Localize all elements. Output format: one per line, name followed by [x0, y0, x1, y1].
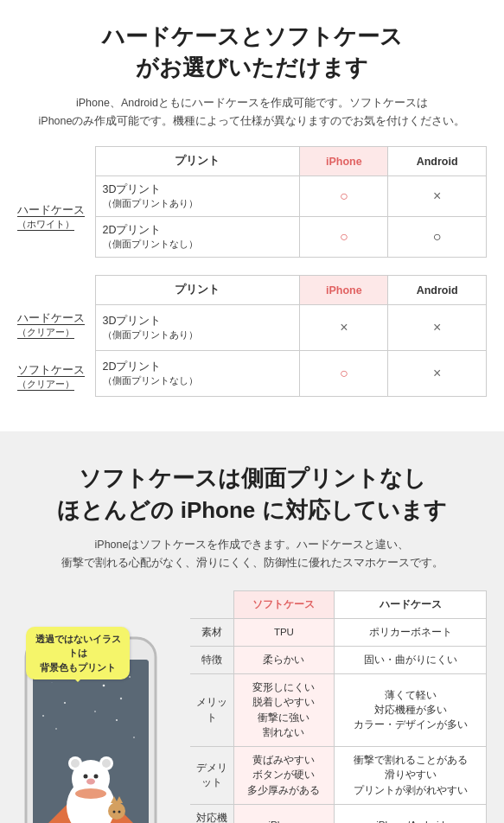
row-hard-material: ポリカーボネート [335, 618, 487, 646]
row-soft-demerit: 黄ばみやすいボタンが硬い多少厚みがある [233, 747, 335, 805]
table1-3d-android: × [388, 176, 487, 217]
row-soft-model: iPhone [233, 804, 335, 823]
svg-point-26 [108, 802, 125, 820]
table2-android-header: Android [388, 276, 487, 305]
table-row: 対応機種 iPhone iPhone/Android [190, 804, 487, 823]
section-separator [0, 431, 504, 442]
svg-point-21 [102, 759, 111, 768]
section1-subtitle: iPhone、Androidともにハードケースを作成可能です。ソフトケースは i… [17, 94, 487, 131]
row-header-feature: 特徴 [190, 646, 233, 673]
comp-table-empty [190, 590, 233, 618]
svg-point-24 [86, 778, 95, 784]
svg-point-22 [84, 774, 88, 778]
table2-3d-iphone: × [300, 305, 388, 351]
row-hard-feature: 固い・曲がりにくい [335, 646, 487, 673]
table2-2d-iphone: ○ [300, 351, 388, 397]
svg-point-29 [113, 810, 116, 813]
row-soft-feature: 柔らかい [233, 646, 335, 673]
comp-table-hard-header: ハードケース [335, 590, 487, 618]
row-hard-demerit: 衝撃で割れることがある滑りやすいプリントが剥がれやすい [335, 747, 487, 805]
table1-print-header: プリント [95, 147, 300, 176]
table1-2d-iphone: ○ [300, 217, 388, 258]
row-hard-merit: 薄くて軽い対応機種が多いカラー・デザインが多い [335, 674, 487, 747]
svg-point-23 [94, 774, 99, 778]
row-hard-model: iPhone/Android [335, 804, 487, 823]
table1-container: プリント iPhone Android ハードケース （ホワイト） 3Dプリント… [17, 146, 487, 258]
table1: プリント iPhone Android ハードケース （ホワイト） 3Dプリント… [17, 146, 487, 258]
svg-point-9 [94, 711, 96, 712]
row-header-merit: メリット [190, 674, 233, 747]
table1-empty-header [17, 147, 95, 176]
comparison-table: ソフトケース ハードケース 素材 TPU ポリカーボネート 特徴 柔らかい 固い… [190, 590, 487, 823]
svg-point-6 [129, 676, 131, 678]
table2-2d-android: × [388, 351, 487, 397]
svg-point-30 [118, 810, 121, 813]
svg-point-7 [64, 701, 66, 703]
row-header-model: 対応機種 [190, 804, 233, 823]
section1: ハードケースとソフトケースがお選びいただけます iPhone、Androidとも… [0, 0, 504, 431]
table-row: 特徴 柔らかい 固い・曲がりにくい [190, 646, 487, 673]
table2-iphone-header: iPhone [300, 276, 388, 305]
svg-point-5 [103, 684, 105, 686]
svg-point-12 [133, 737, 135, 738]
table2-print-header: プリント [95, 276, 300, 305]
table1-2d-label: 2Dプリント（側面プリントなし） [95, 217, 300, 258]
table-row: デメリット 黄ばみやすいボタンが硬い多少厚みがある 衝撃で割れることがある滑りや… [190, 747, 487, 805]
row-header-material: 素材 [190, 618, 233, 646]
table2-empty-header [17, 276, 95, 305]
table2: プリント iPhone Android ハードケース （クリアー） ソフトケース… [17, 275, 487, 397]
table2-3d-label: 3Dプリント（側面プリントあり） [95, 305, 300, 351]
table1-3d-iphone: ○ [300, 176, 388, 217]
svg-point-13 [42, 715, 44, 717]
table-row: 素材 TPU ポリカーボネート [190, 618, 487, 646]
table1-iphone-header: iPhone [300, 147, 388, 176]
phone-table-layout: 透過ではないイラストは背景色もプリント [17, 590, 487, 823]
table1-android-header: Android [388, 147, 487, 176]
row-soft-merit: 変形しにくい脱着しやすい衝撃に強い割れない [233, 674, 335, 747]
table1-rowlabel-hard-white: ハードケース （ホワイト） [17, 176, 95, 258]
table1-3d-label: 3Dプリント（側面プリントあり） [95, 176, 300, 217]
comparison-table-col: ソフトケース ハードケース 素材 TPU ポリカーボネート 特徴 柔らかい 固い… [190, 590, 487, 823]
phone-wrapper: 透過ではないイラストは背景色もプリント [17, 634, 169, 823]
table2-rowlabel-hard-clear: ハードケース （クリアー） ソフトケース （クリアー） [17, 305, 95, 397]
svg-point-10 [55, 728, 57, 730]
table-row: メリット 変形しにくい脱着しやすい衝撃に強い割れない 薄くて軽い対応機種が多いカ… [190, 674, 487, 747]
row-header-demerit: デメリット [190, 747, 233, 805]
svg-point-8 [120, 697, 122, 699]
svg-point-20 [71, 759, 80, 768]
phone-illustration-col: 透過ではないイラストは背景色もプリント [17, 590, 182, 823]
svg-point-11 [116, 718, 118, 720]
table1-2d-android: ○ [388, 217, 487, 258]
svg-point-25 [75, 788, 106, 799]
section2: ソフトケースは側面プリントなしほとんどの iPhone に対応しています iPh… [0, 442, 504, 823]
section2-title: ソフトケースは側面プリントなしほとんどの iPhone に対応しています [17, 463, 487, 526]
row-soft-material: TPU [233, 618, 335, 646]
section2-subtitle: iPhoneはソフトケースを作成できます。ハードケースと違い、 衝撃で割れる心配… [17, 536, 487, 573]
phone-label-bubble: 透過ではないイラストは背景色もプリント [26, 627, 130, 680]
table2-container: プリント iPhone Android ハードケース （クリアー） ソフトケース… [17, 275, 487, 397]
main-title: ハードケースとソフトケースがお選びいただけます [17, 21, 487, 84]
comp-table-soft-header: ソフトケース [233, 590, 335, 618]
table2-2d-label: 2Dプリント（側面プリントなし） [95, 351, 300, 397]
table2-3d-android: × [388, 305, 487, 351]
